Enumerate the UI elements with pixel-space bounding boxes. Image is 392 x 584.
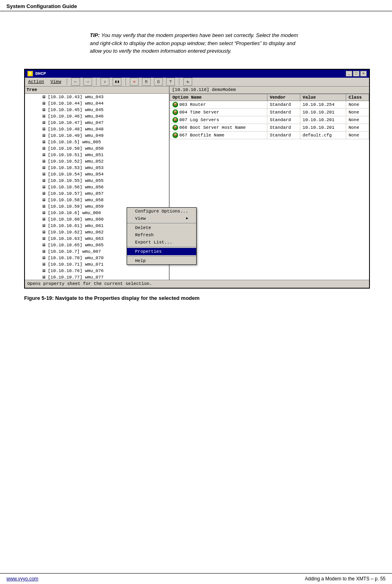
tree-item[interactable]: 🖥 [10.10.10.58] wmu_058 xyxy=(25,197,169,203)
tree-item[interactable]: 🖥 [10.10.10.43] wmu_043 xyxy=(25,94,169,100)
cell-option-name: 📦004 Time Server xyxy=(170,108,267,116)
tree-item[interactable]: 🖥 [10.10.10.50] wmu_050 xyxy=(25,145,169,152)
tree-item[interactable]: 🖥 [10.10.10.48] wmu_048 xyxy=(25,126,169,132)
content-panel: [10.10.10.116] demoModem Option Name Ven… xyxy=(170,87,369,280)
tip-box: TIP: You may verify that the modem prope… xyxy=(84,27,309,59)
computer-icon: 🖥 xyxy=(41,171,47,177)
tree-item[interactable]: 🖥 [10.10.10.45] wmu_045 xyxy=(25,107,169,113)
tb-forward[interactable]: → xyxy=(83,78,92,86)
dhcp-window: D DHCP _ □ ✕ Action View ← → ⇧ ▮▮ xyxy=(24,69,370,289)
computer-icon: 🖥 xyxy=(41,120,47,126)
tree-item[interactable]: 🖥 [10.10.10.77] wmu_077 xyxy=(25,274,169,280)
ctx-help[interactable]: Help xyxy=(127,257,196,264)
cell-value: 10.10.10.201 xyxy=(300,116,346,124)
options-table: Option Name Vendor Value Class 📦003 Rout… xyxy=(170,94,369,139)
tb-show-hide[interactable]: ▮▮ xyxy=(113,78,121,86)
cell-vendor: Standard xyxy=(267,124,300,131)
tree-item-label: [10.10.10.60] wmu_060 xyxy=(48,217,104,222)
cell-vendor: Standard xyxy=(267,108,300,116)
tree-item-label: [10.10.10.53] wmu_053 xyxy=(48,165,104,170)
computer-icon: 🖥 xyxy=(41,101,47,106)
cell-class: None xyxy=(346,116,369,124)
cell-vendor: Standard xyxy=(267,131,300,139)
table-row[interactable]: 📦004 Time Server Standard 10.10.10.201 N… xyxy=(170,108,369,116)
tree-item-label: [10.10.10.44] wmu_044 xyxy=(48,101,104,106)
tree-item-label: [10.10.10.52] wmu_052 xyxy=(48,159,104,164)
main-content: TIP: You may verify that the modem prope… xyxy=(0,11,392,309)
tree-item-label: [10.10.10.71] wmu_071 xyxy=(48,262,104,267)
tree-item[interactable]: 🖥 [10.10.10.52] wmu_052 xyxy=(25,158,169,165)
tree-item[interactable]: 🖥 [10.10.10.5] wmu_005 xyxy=(25,139,169,145)
tb-copy[interactable]: ⎘ xyxy=(142,78,151,86)
page-title: System Configuration Guide xyxy=(6,3,77,9)
content-table: Option Name Vendor Value Class 📦003 Rout… xyxy=(170,94,369,280)
tip-text: TIP: You may verify that the modem prope… xyxy=(90,31,302,55)
col-class: Class xyxy=(346,94,369,101)
menu-view[interactable]: View xyxy=(49,79,63,85)
tree-item-label: [10.10.10.54] wmu_054 xyxy=(48,172,104,177)
cell-option-name: 📦066 Boot Server Host Name xyxy=(170,124,267,131)
option-icon: 📦 xyxy=(172,109,178,115)
tree-item[interactable]: 🖥 [10.10.10.57] wmu_057 xyxy=(25,190,169,197)
tree-item[interactable]: 🖥 [10.10.10.49] wmu_049 xyxy=(25,132,169,139)
tree-item[interactable]: 🖥 [10.10.10.51] wmu_051 xyxy=(25,152,169,158)
ctx-properties[interactable]: Properties xyxy=(127,248,196,255)
maximize-button[interactable]: □ xyxy=(353,71,359,76)
computer-icon: 🖥 xyxy=(41,133,47,138)
tip-body: You may verify that the modem properties… xyxy=(90,32,298,54)
ctx-configure-options[interactable]: Configure Options... xyxy=(127,208,196,215)
footer-link[interactable]: www.vyyo.com xyxy=(6,576,38,582)
tree-item[interactable]: 🖥 [10.10.10.53] wmu_053 xyxy=(25,165,169,171)
tb-refresh[interactable]: ↻ xyxy=(183,78,192,86)
tb-sep-2 xyxy=(125,78,126,85)
table-row[interactable]: 📦003 Router Standard 10.10.10.254 None xyxy=(170,101,369,108)
tree-item[interactable]: 🖥 [10.10.10.56] wmu_056 xyxy=(25,184,169,190)
close-button[interactable]: ✕ xyxy=(360,71,367,76)
tb-help[interactable]: ? xyxy=(166,78,175,86)
cell-class: None xyxy=(346,124,369,131)
ctx-view[interactable]: View ► xyxy=(127,215,196,222)
ctx-arrow-icon: ► xyxy=(186,217,188,221)
tree-item[interactable]: 🖥 [10.10.10.55] wmu_055 xyxy=(25,177,169,184)
cell-option-name: 📦067 Bootfile Name xyxy=(170,131,267,139)
menu-action[interactable]: Action xyxy=(27,79,46,85)
tb-sep-1 xyxy=(96,78,96,85)
computer-icon: 🖥 xyxy=(41,204,47,209)
tb-up[interactable]: ⇧ xyxy=(101,78,109,86)
tb-paste[interactable]: ⎙ xyxy=(154,78,163,86)
pane-area: Tree 🖥 [10.10.10.43] wmu_043 🖥 [10.10.10… xyxy=(25,87,369,280)
tree-item-label: [10.10.10.65] wmu_065 xyxy=(48,243,104,248)
tree-item[interactable]: 🖥 [10.10.10.76] wmu_076 xyxy=(25,268,169,274)
ctx-sep-3 xyxy=(127,256,196,256)
tree-item-label: [10.10.10.61] wmu_061 xyxy=(48,223,104,228)
minimize-button[interactable]: _ xyxy=(346,71,352,76)
ctx-refresh[interactable]: Refresh xyxy=(127,231,196,239)
tree-item[interactable]: 🖥 [10.10.10.54] wmu_054 xyxy=(25,171,169,177)
computer-icon: 🖥 xyxy=(41,191,47,196)
tree-item[interactable]: 🖥 [10.10.10.46] wmu_046 xyxy=(25,113,169,120)
figure-caption: Figure 5-19: Navigate to the Properties … xyxy=(24,295,370,301)
computer-icon: 🖥 xyxy=(41,184,47,190)
tree-item-label: [10.10.10.56] wmu_056 xyxy=(48,185,104,190)
computer-icon: 🖥 xyxy=(41,178,47,184)
tree-item-label: [10.10.10.47] wmu_047 xyxy=(48,120,104,125)
tb-delete[interactable]: ✕ xyxy=(130,78,139,86)
table-row[interactable]: 📦067 Bootfile Name Standard default.cfg … xyxy=(170,131,369,139)
tree-item[interactable]: 🖥 [10.10.10.44] wmu_044 xyxy=(25,100,169,107)
tree-item-label: [10.10.10.59] wmu_059 xyxy=(48,204,104,209)
computer-icon: 🖥 xyxy=(41,223,47,229)
tb-back[interactable]: ← xyxy=(71,78,80,86)
window-title-text: DHCP xyxy=(35,71,46,76)
ctx-export-list[interactable]: Export List... xyxy=(127,239,196,246)
table-row[interactable]: 📦066 Boot Server Host Name Standard 10.1… xyxy=(170,124,369,131)
ctx-view-label: View xyxy=(135,216,146,221)
computer-icon: 🖥 xyxy=(41,274,47,280)
cell-class: None xyxy=(346,101,369,108)
tree-item-label: [10.10.10.70] wmu_070 xyxy=(48,256,104,260)
ctx-delete[interactable]: Delete xyxy=(127,224,196,231)
tree-item-label: [10.10.10.50] wmu_050 xyxy=(48,146,104,151)
table-row[interactable]: 📦007 Log Servers Standard 10.10.10.201 N… xyxy=(170,116,369,124)
cell-option-name: 📦003 Router xyxy=(170,101,267,108)
ctx-sep-2 xyxy=(127,247,196,247)
tree-item[interactable]: 🖥 [10.10.10.47] wmu_047 xyxy=(25,120,169,126)
